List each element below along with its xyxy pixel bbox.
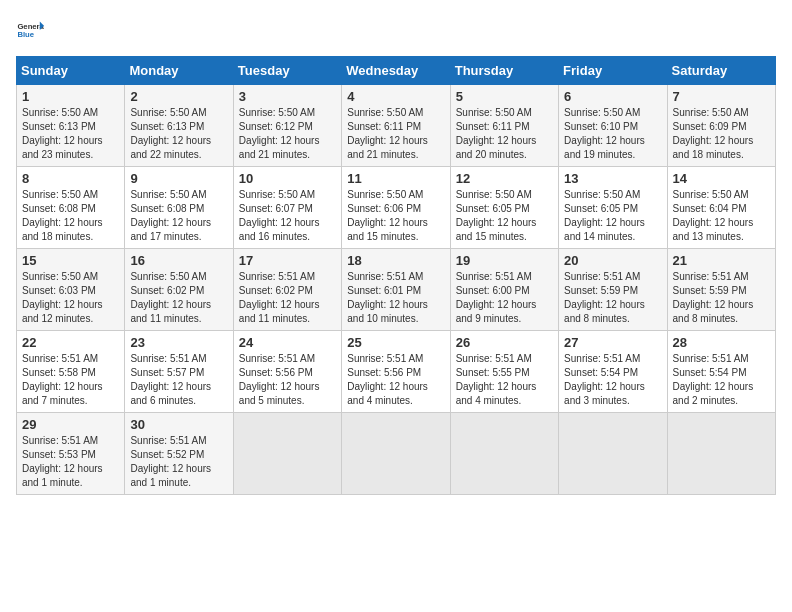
day-number: 15 — [22, 253, 119, 268]
day-number: 27 — [564, 335, 661, 350]
day-number: 30 — [130, 417, 227, 432]
page-header: General Blue — [16, 16, 776, 44]
day-info: Sunrise: 5:50 AMSunset: 6:06 PMDaylight:… — [347, 188, 444, 244]
day-number: 13 — [564, 171, 661, 186]
calendar-cell: 18Sunrise: 5:51 AMSunset: 6:01 PMDayligh… — [342, 249, 450, 331]
day-info: Sunrise: 5:51 AMSunset: 5:56 PMDaylight:… — [239, 352, 336, 408]
day-info: Sunrise: 5:51 AMSunset: 6:02 PMDaylight:… — [239, 270, 336, 326]
day-number: 12 — [456, 171, 553, 186]
calendar-cell: 9Sunrise: 5:50 AMSunset: 6:08 PMDaylight… — [125, 167, 233, 249]
calendar-cell: 4Sunrise: 5:50 AMSunset: 6:11 PMDaylight… — [342, 85, 450, 167]
day-info: Sunrise: 5:51 AMSunset: 5:59 PMDaylight:… — [673, 270, 770, 326]
day-info: Sunrise: 5:50 AMSunset: 6:11 PMDaylight:… — [456, 106, 553, 162]
calendar-table: SundayMondayTuesdayWednesdayThursdayFrid… — [16, 56, 776, 495]
calendar-cell: 14Sunrise: 5:50 AMSunset: 6:04 PMDayligh… — [667, 167, 775, 249]
calendar-week-3: 15Sunrise: 5:50 AMSunset: 6:03 PMDayligh… — [17, 249, 776, 331]
day-info: Sunrise: 5:50 AMSunset: 6:13 PMDaylight:… — [130, 106, 227, 162]
calendar-cell: 27Sunrise: 5:51 AMSunset: 5:54 PMDayligh… — [559, 331, 667, 413]
calendar-cell — [559, 413, 667, 495]
calendar-cell — [342, 413, 450, 495]
day-header-monday: Monday — [125, 57, 233, 85]
calendar-cell: 22Sunrise: 5:51 AMSunset: 5:58 PMDayligh… — [17, 331, 125, 413]
day-header-tuesday: Tuesday — [233, 57, 341, 85]
day-header-sunday: Sunday — [17, 57, 125, 85]
day-number: 3 — [239, 89, 336, 104]
day-number: 5 — [456, 89, 553, 104]
day-number: 14 — [673, 171, 770, 186]
calendar-cell: 26Sunrise: 5:51 AMSunset: 5:55 PMDayligh… — [450, 331, 558, 413]
calendar-cell: 30Sunrise: 5:51 AMSunset: 5:52 PMDayligh… — [125, 413, 233, 495]
day-number: 2 — [130, 89, 227, 104]
day-info: Sunrise: 5:50 AMSunset: 6:10 PMDaylight:… — [564, 106, 661, 162]
day-info: Sunrise: 5:50 AMSunset: 6:04 PMDaylight:… — [673, 188, 770, 244]
calendar-cell: 11Sunrise: 5:50 AMSunset: 6:06 PMDayligh… — [342, 167, 450, 249]
day-number: 20 — [564, 253, 661, 268]
day-number: 23 — [130, 335, 227, 350]
day-info: Sunrise: 5:50 AMSunset: 6:02 PMDaylight:… — [130, 270, 227, 326]
day-info: Sunrise: 5:51 AMSunset: 5:57 PMDaylight:… — [130, 352, 227, 408]
day-info: Sunrise: 5:50 AMSunset: 6:11 PMDaylight:… — [347, 106, 444, 162]
day-number: 29 — [22, 417, 119, 432]
day-info: Sunrise: 5:51 AMSunset: 5:52 PMDaylight:… — [130, 434, 227, 490]
calendar-cell: 16Sunrise: 5:50 AMSunset: 6:02 PMDayligh… — [125, 249, 233, 331]
day-info: Sunrise: 5:51 AMSunset: 6:00 PMDaylight:… — [456, 270, 553, 326]
calendar-cell: 13Sunrise: 5:50 AMSunset: 6:05 PMDayligh… — [559, 167, 667, 249]
calendar-week-4: 22Sunrise: 5:51 AMSunset: 5:58 PMDayligh… — [17, 331, 776, 413]
calendar-cell: 23Sunrise: 5:51 AMSunset: 5:57 PMDayligh… — [125, 331, 233, 413]
calendar-cell: 12Sunrise: 5:50 AMSunset: 6:05 PMDayligh… — [450, 167, 558, 249]
calendar-cell: 2Sunrise: 5:50 AMSunset: 6:13 PMDaylight… — [125, 85, 233, 167]
calendar-cell — [233, 413, 341, 495]
calendar-cell: 10Sunrise: 5:50 AMSunset: 6:07 PMDayligh… — [233, 167, 341, 249]
day-info: Sunrise: 5:51 AMSunset: 5:54 PMDaylight:… — [564, 352, 661, 408]
calendar-header-row: SundayMondayTuesdayWednesdayThursdayFrid… — [17, 57, 776, 85]
day-info: Sunrise: 5:50 AMSunset: 6:07 PMDaylight:… — [239, 188, 336, 244]
day-info: Sunrise: 5:50 AMSunset: 6:13 PMDaylight:… — [22, 106, 119, 162]
calendar-body: 1Sunrise: 5:50 AMSunset: 6:13 PMDaylight… — [17, 85, 776, 495]
day-info: Sunrise: 5:50 AMSunset: 6:05 PMDaylight:… — [564, 188, 661, 244]
calendar-cell: 17Sunrise: 5:51 AMSunset: 6:02 PMDayligh… — [233, 249, 341, 331]
day-number: 6 — [564, 89, 661, 104]
day-info: Sunrise: 5:50 AMSunset: 6:08 PMDaylight:… — [130, 188, 227, 244]
day-number: 25 — [347, 335, 444, 350]
day-info: Sunrise: 5:50 AMSunset: 6:12 PMDaylight:… — [239, 106, 336, 162]
day-number: 11 — [347, 171, 444, 186]
day-number: 28 — [673, 335, 770, 350]
calendar-week-1: 1Sunrise: 5:50 AMSunset: 6:13 PMDaylight… — [17, 85, 776, 167]
logo: General Blue — [16, 16, 48, 44]
calendar-cell: 24Sunrise: 5:51 AMSunset: 5:56 PMDayligh… — [233, 331, 341, 413]
calendar-cell: 5Sunrise: 5:50 AMSunset: 6:11 PMDaylight… — [450, 85, 558, 167]
day-info: Sunrise: 5:51 AMSunset: 5:56 PMDaylight:… — [347, 352, 444, 408]
calendar-cell — [667, 413, 775, 495]
calendar-cell: 28Sunrise: 5:51 AMSunset: 5:54 PMDayligh… — [667, 331, 775, 413]
day-info: Sunrise: 5:51 AMSunset: 5:53 PMDaylight:… — [22, 434, 119, 490]
day-info: Sunrise: 5:51 AMSunset: 5:59 PMDaylight:… — [564, 270, 661, 326]
calendar-cell: 8Sunrise: 5:50 AMSunset: 6:08 PMDaylight… — [17, 167, 125, 249]
day-header-saturday: Saturday — [667, 57, 775, 85]
calendar-cell: 6Sunrise: 5:50 AMSunset: 6:10 PMDaylight… — [559, 85, 667, 167]
day-number: 16 — [130, 253, 227, 268]
day-number: 22 — [22, 335, 119, 350]
calendar-cell: 25Sunrise: 5:51 AMSunset: 5:56 PMDayligh… — [342, 331, 450, 413]
calendar-cell: 20Sunrise: 5:51 AMSunset: 5:59 PMDayligh… — [559, 249, 667, 331]
day-number: 8 — [22, 171, 119, 186]
day-number: 24 — [239, 335, 336, 350]
day-number: 26 — [456, 335, 553, 350]
day-number: 18 — [347, 253, 444, 268]
day-number: 4 — [347, 89, 444, 104]
day-number: 10 — [239, 171, 336, 186]
calendar-cell: 3Sunrise: 5:50 AMSunset: 6:12 PMDaylight… — [233, 85, 341, 167]
day-number: 17 — [239, 253, 336, 268]
calendar-week-2: 8Sunrise: 5:50 AMSunset: 6:08 PMDaylight… — [17, 167, 776, 249]
svg-text:Blue: Blue — [17, 30, 34, 39]
calendar-cell: 15Sunrise: 5:50 AMSunset: 6:03 PMDayligh… — [17, 249, 125, 331]
calendar-cell: 21Sunrise: 5:51 AMSunset: 5:59 PMDayligh… — [667, 249, 775, 331]
calendar-cell — [450, 413, 558, 495]
day-info: Sunrise: 5:50 AMSunset: 6:08 PMDaylight:… — [22, 188, 119, 244]
day-number: 9 — [130, 171, 227, 186]
day-number: 19 — [456, 253, 553, 268]
calendar-cell: 19Sunrise: 5:51 AMSunset: 6:00 PMDayligh… — [450, 249, 558, 331]
calendar-week-5: 29Sunrise: 5:51 AMSunset: 5:53 PMDayligh… — [17, 413, 776, 495]
day-info: Sunrise: 5:51 AMSunset: 5:55 PMDaylight:… — [456, 352, 553, 408]
day-info: Sunrise: 5:51 AMSunset: 6:01 PMDaylight:… — [347, 270, 444, 326]
calendar-cell: 1Sunrise: 5:50 AMSunset: 6:13 PMDaylight… — [17, 85, 125, 167]
